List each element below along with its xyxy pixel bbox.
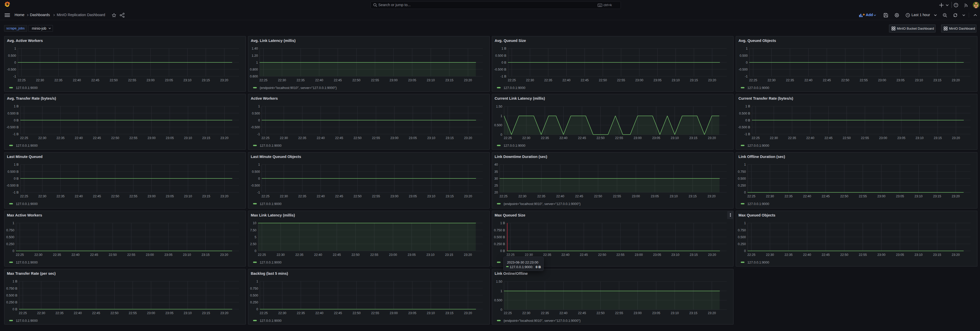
svg-text:-0.500: -0.500: [738, 68, 748, 71]
svg-text:1 B: 1 B: [14, 163, 19, 166]
svg-text:1 B: 1 B: [501, 47, 506, 50]
svg-text:Max Link Latency (millis): Max Link Latency (millis): [251, 213, 295, 217]
svg-text:Link Offline Duration (sec): Link Offline Duration (sec): [738, 154, 785, 159]
svg-text:22:30: 22:30: [766, 194, 774, 198]
svg-text:22:50: 22:50: [841, 78, 850, 82]
svg-text:23:10: 23:10: [427, 194, 435, 198]
svg-text:23:05: 23:05: [165, 78, 173, 82]
svg-text:-0.500: -0.500: [251, 184, 260, 187]
svg-text:23:05: 23:05: [653, 78, 662, 82]
svg-text:22:30: 22:30: [34, 253, 43, 257]
svg-text:22:45: 22:45: [578, 311, 586, 315]
svg-text:22:55: 22:55: [129, 136, 137, 140]
svg-text:22:35: 22:35: [297, 311, 305, 315]
svg-text:22:25: 22:25: [500, 194, 508, 198]
svg-text:22:55: 22:55: [372, 194, 380, 198]
svg-text:22:45: 22:45: [92, 311, 100, 315]
svg-text:23:00: 23:00: [634, 136, 642, 140]
svg-text:22:45: 22:45: [335, 194, 343, 198]
svg-text:22:30: 22:30: [519, 194, 527, 198]
svg-text:23:00: 23:00: [879, 136, 887, 140]
svg-text:1.50: 1.50: [496, 280, 502, 283]
svg-text:20: 20: [494, 191, 498, 194]
svg-text:22:55: 22:55: [129, 311, 137, 315]
svg-text:0.500: 0.500: [740, 54, 748, 57]
svg-text:0.250 B: 0.250 B: [6, 301, 18, 304]
svg-text:23:00: 23:00: [146, 253, 154, 257]
svg-text:0.500: 0.500: [738, 236, 746, 239]
svg-text:1: 1: [258, 105, 260, 108]
svg-text:22:55: 22:55: [372, 136, 380, 140]
svg-text:0.750: 0.750: [6, 229, 14, 232]
svg-text:23:20: 23:20: [708, 194, 716, 198]
svg-text:30: 30: [494, 177, 498, 180]
svg-text:22:35: 22:35: [537, 194, 546, 198]
svg-text:-1: -1: [257, 191, 260, 194]
svg-text:22:30: 22:30: [522, 136, 530, 140]
svg-text:23:20: 23:20: [220, 253, 228, 257]
svg-text:0.750 B: 0.750 B: [6, 287, 18, 290]
svg-text:127.0.0.1:9000: 127.0.0.1:9000: [748, 86, 769, 90]
svg-text:23:10: 23:10: [184, 194, 192, 198]
svg-text:0.500: 0.500: [494, 299, 502, 302]
svg-text:22:55: 22:55: [127, 253, 135, 257]
svg-text:1.40: 1.40: [251, 47, 258, 50]
svg-text:Link Online/Offline: Link Online/Offline: [495, 271, 528, 275]
svg-text:22:55: 22:55: [615, 136, 623, 140]
svg-text:0.500: 0.500: [250, 294, 258, 297]
svg-text:0.250: 0.250: [738, 184, 746, 187]
svg-text:22:35: 22:35: [544, 78, 552, 82]
svg-text:22:40: 22:40: [803, 253, 811, 257]
svg-text:23:15: 23:15: [202, 136, 210, 140]
svg-text:-0.500: -0.500: [251, 126, 260, 129]
svg-text:22:45: 22:45: [93, 194, 101, 198]
svg-text:23:05: 23:05: [164, 253, 173, 257]
svg-text:22:35: 22:35: [298, 136, 307, 140]
svg-text:Max Queued Size: Max Queued Size: [495, 213, 525, 217]
svg-text:22:45: 22:45: [333, 253, 341, 257]
svg-text:22:40: 22:40: [560, 136, 568, 140]
svg-text:-1: -1: [13, 75, 16, 78]
svg-text:22:40: 22:40: [74, 311, 82, 315]
svg-text:Avg. Queued Size: Avg. Queued Size: [495, 38, 526, 43]
svg-text:0 B: 0 B: [14, 177, 19, 180]
svg-text:0.500: 0.500: [738, 177, 746, 180]
svg-text:23:20: 23:20: [464, 311, 472, 315]
svg-text:23:00: 23:00: [148, 136, 156, 140]
svg-text:-1 B: -1 B: [13, 132, 19, 136]
svg-text:22:35: 22:35: [56, 194, 65, 198]
svg-text:22:30: 22:30: [522, 311, 530, 315]
svg-text:-1 B: -1 B: [13, 191, 19, 194]
svg-text:22:30: 22:30: [280, 194, 288, 198]
svg-text:23:00: 23:00: [146, 78, 154, 82]
svg-text:1: 1: [501, 289, 502, 293]
svg-text:127.0.0.1:9000: 127.0.0.1:9000: [260, 261, 282, 264]
svg-text:22:55: 22:55: [371, 311, 379, 315]
svg-text:22:40: 22:40: [72, 253, 80, 257]
svg-text:23:15: 23:15: [445, 136, 454, 140]
svg-text:-0.500: -0.500: [7, 68, 16, 71]
svg-text:22:50: 22:50: [598, 253, 606, 257]
svg-text:{endpoint="localhost:9010", se: {endpoint="localhost:9010", server="127.…: [504, 319, 581, 323]
svg-text:22:55: 22:55: [617, 78, 625, 82]
svg-text:22:25: 22:25: [260, 311, 268, 315]
svg-text:23:15: 23:15: [445, 194, 454, 198]
svg-text:23:00: 23:00: [148, 194, 156, 198]
svg-text:23:20: 23:20: [952, 136, 960, 140]
svg-text:23:10: 23:10: [915, 194, 923, 198]
svg-text:0.500: 0.500: [252, 170, 260, 173]
svg-text:127.0.0.1:9000: 127.0.0.1:9000: [16, 86, 38, 90]
svg-text:0: 0: [13, 249, 14, 253]
svg-text:22:45: 22:45: [93, 136, 101, 140]
svg-text:22:50: 22:50: [597, 311, 605, 315]
svg-text:-0.500 B: -0.500 B: [6, 184, 19, 187]
svg-text:22:45: 22:45: [824, 136, 832, 140]
svg-text:23:20: 23:20: [464, 253, 472, 257]
svg-text:0.500 B: 0.500 B: [495, 54, 506, 57]
svg-text:?: ?: [955, 3, 957, 6]
svg-text:1.20: 1.20: [251, 54, 258, 57]
svg-text:23:00: 23:00: [389, 253, 397, 257]
svg-text:22:25: 22:25: [258, 253, 266, 257]
svg-text:0.500: 0.500: [494, 123, 502, 127]
svg-text:22:25: 22:25: [20, 136, 28, 140]
